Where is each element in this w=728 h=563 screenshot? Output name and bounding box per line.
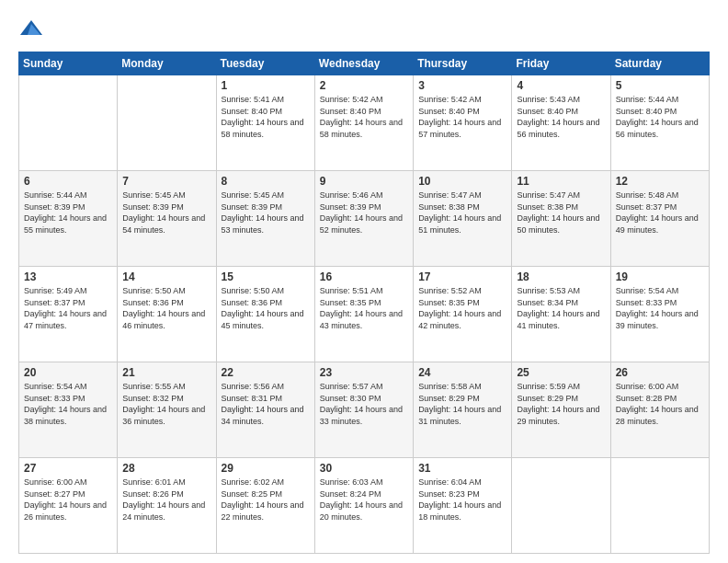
calendar-cell: 10Sunrise: 5:47 AMSunset: 8:38 PMDayligh…: [414, 171, 512, 267]
calendar-cell: 11Sunrise: 5:47 AMSunset: 8:38 PMDayligh…: [512, 171, 610, 267]
calendar-row: 6Sunrise: 5:44 AMSunset: 8:39 PMDaylight…: [19, 171, 710, 267]
cell-info: Sunrise: 5:45 AMSunset: 8:39 PMDaylight:…: [122, 190, 210, 236]
calendar-cell: 17Sunrise: 5:52 AMSunset: 8:35 PMDayligh…: [414, 267, 512, 362]
calendar-cell: 23Sunrise: 5:57 AMSunset: 8:30 PMDayligh…: [314, 362, 413, 458]
day-header-saturday: Saturday: [610, 52, 709, 75]
logo: [18, 17, 48, 42]
calendar-cell: 26Sunrise: 6:00 AMSunset: 8:28 PMDayligh…: [610, 362, 709, 458]
cell-info: Sunrise: 5:47 AMSunset: 8:38 PMDaylight:…: [517, 190, 605, 236]
day-number: 12: [616, 175, 704, 188]
day-number: 2: [320, 79, 408, 92]
calendar-cell: 19Sunrise: 5:54 AMSunset: 8:33 PMDayligh…: [610, 267, 709, 362]
day-header-friday: Friday: [512, 52, 610, 75]
calendar-cell: [512, 458, 610, 554]
cell-info: Sunrise: 5:45 AMSunset: 8:39 PMDaylight:…: [222, 190, 310, 236]
day-number: 28: [122, 462, 210, 475]
cell-info: Sunrise: 5:54 AMSunset: 8:33 PMDaylight:…: [24, 381, 112, 427]
day-number: 20: [24, 366, 112, 379]
day-number: 19: [616, 270, 704, 283]
day-number: 9: [320, 175, 408, 188]
calendar-cell: 30Sunrise: 6:03 AMSunset: 8:24 PMDayligh…: [314, 458, 413, 554]
day-number: 4: [517, 79, 605, 92]
cell-info: Sunrise: 5:44 AMSunset: 8:39 PMDaylight:…: [24, 190, 112, 236]
cell-info: Sunrise: 5:55 AMSunset: 8:32 PMDaylight:…: [122, 381, 210, 427]
calendar-cell: 3Sunrise: 5:42 AMSunset: 8:40 PMDaylight…: [414, 75, 512, 171]
cell-info: Sunrise: 6:01 AMSunset: 8:26 PMDaylight:…: [122, 477, 210, 523]
calendar-cell: [19, 75, 118, 171]
day-number: 15: [222, 270, 310, 283]
calendar-cell: 4Sunrise: 5:43 AMSunset: 8:40 PMDaylight…: [512, 75, 610, 171]
day-number: 5: [616, 79, 704, 92]
calendar-row: 1Sunrise: 5:41 AMSunset: 8:40 PMDaylight…: [19, 75, 710, 171]
day-number: 21: [122, 366, 210, 379]
cell-info: Sunrise: 5:48 AMSunset: 8:37 PMDaylight:…: [616, 190, 704, 236]
logo-icon: [18, 17, 44, 42]
calendar-cell: 31Sunrise: 6:04 AMSunset: 8:23 PMDayligh…: [414, 458, 512, 554]
cell-info: Sunrise: 5:59 AMSunset: 8:29 PMDaylight:…: [517, 381, 605, 427]
day-number: 10: [418, 175, 506, 188]
calendar-cell: 24Sunrise: 5:58 AMSunset: 8:29 PMDayligh…: [414, 362, 512, 458]
calendar-cell: 7Sunrise: 5:45 AMSunset: 8:39 PMDaylight…: [118, 171, 216, 267]
day-number: 29: [222, 462, 310, 475]
calendar-cell: 28Sunrise: 6:01 AMSunset: 8:26 PMDayligh…: [118, 458, 216, 554]
calendar-cell: 9Sunrise: 5:46 AMSunset: 8:39 PMDaylight…: [314, 171, 413, 267]
day-header-tuesday: Tuesday: [216, 52, 314, 75]
cell-info: Sunrise: 6:03 AMSunset: 8:24 PMDaylight:…: [320, 477, 408, 523]
calendar-cell: 1Sunrise: 5:41 AMSunset: 8:40 PMDaylight…: [216, 75, 314, 171]
cell-info: Sunrise: 5:57 AMSunset: 8:30 PMDaylight:…: [320, 381, 408, 427]
cell-info: Sunrise: 5:42 AMSunset: 8:40 PMDaylight:…: [418, 94, 506, 140]
day-number: 14: [122, 270, 210, 283]
calendar-cell: 14Sunrise: 5:50 AMSunset: 8:36 PMDayligh…: [118, 267, 216, 362]
calendar-cell: 2Sunrise: 5:42 AMSunset: 8:40 PMDaylight…: [314, 75, 413, 171]
calendar-cell: 18Sunrise: 5:53 AMSunset: 8:34 PMDayligh…: [512, 267, 610, 362]
cell-info: Sunrise: 5:58 AMSunset: 8:29 PMDaylight:…: [418, 381, 506, 427]
cell-info: Sunrise: 5:44 AMSunset: 8:40 PMDaylight:…: [616, 94, 704, 140]
calendar-cell: 8Sunrise: 5:45 AMSunset: 8:39 PMDaylight…: [216, 171, 314, 267]
calendar-row: 20Sunrise: 5:54 AMSunset: 8:33 PMDayligh…: [19, 362, 710, 458]
cell-info: Sunrise: 5:50 AMSunset: 8:36 PMDaylight:…: [122, 285, 210, 331]
calendar-cell: [118, 75, 216, 171]
day-number: 27: [24, 462, 112, 475]
calendar-cell: 5Sunrise: 5:44 AMSunset: 8:40 PMDaylight…: [610, 75, 709, 171]
calendar-cell: 27Sunrise: 6:00 AMSunset: 8:27 PMDayligh…: [19, 458, 118, 554]
page: SundayMondayTuesdayWednesdayThursdayFrid…: [0, 0, 728, 563]
cell-info: Sunrise: 6:04 AMSunset: 8:23 PMDaylight:…: [418, 477, 506, 523]
cell-info: Sunrise: 5:52 AMSunset: 8:35 PMDaylight:…: [418, 285, 506, 331]
calendar-cell: 15Sunrise: 5:50 AMSunset: 8:36 PMDayligh…: [216, 267, 314, 362]
day-number: 7: [122, 175, 210, 188]
cell-info: Sunrise: 5:50 AMSunset: 8:36 PMDaylight:…: [222, 285, 310, 331]
cell-info: Sunrise: 5:46 AMSunset: 8:39 PMDaylight:…: [320, 190, 408, 236]
day-header-monday: Monday: [118, 52, 216, 75]
cell-info: Sunrise: 6:00 AMSunset: 8:28 PMDaylight:…: [616, 381, 704, 427]
day-number: 16: [320, 270, 408, 283]
day-number: 31: [418, 462, 506, 475]
calendar-cell: 13Sunrise: 5:49 AMSunset: 8:37 PMDayligh…: [19, 267, 118, 362]
day-number: 3: [418, 79, 506, 92]
calendar-cell: [610, 458, 709, 554]
day-number: 23: [320, 366, 408, 379]
calendar-cell: 25Sunrise: 5:59 AMSunset: 8:29 PMDayligh…: [512, 362, 610, 458]
calendar-cell: 12Sunrise: 5:48 AMSunset: 8:37 PMDayligh…: [610, 171, 709, 267]
cell-info: Sunrise: 5:56 AMSunset: 8:31 PMDaylight:…: [222, 381, 310, 427]
calendar-table: SundayMondayTuesdayWednesdayThursdayFrid…: [18, 52, 710, 554]
day-number: 11: [517, 175, 605, 188]
header: [18, 17, 710, 42]
day-number: 18: [517, 270, 605, 283]
calendar-cell: 22Sunrise: 5:56 AMSunset: 8:31 PMDayligh…: [216, 362, 314, 458]
calendar-cell: 20Sunrise: 5:54 AMSunset: 8:33 PMDayligh…: [19, 362, 118, 458]
header-row: SundayMondayTuesdayWednesdayThursdayFrid…: [19, 52, 710, 75]
day-number: 22: [222, 366, 310, 379]
calendar-cell: 21Sunrise: 5:55 AMSunset: 8:32 PMDayligh…: [118, 362, 216, 458]
day-number: 26: [616, 366, 704, 379]
cell-info: Sunrise: 5:54 AMSunset: 8:33 PMDaylight:…: [616, 285, 704, 331]
day-number: 25: [517, 366, 605, 379]
day-number: 8: [222, 175, 310, 188]
cell-info: Sunrise: 6:00 AMSunset: 8:27 PMDaylight:…: [24, 477, 112, 523]
cell-info: Sunrise: 5:43 AMSunset: 8:40 PMDaylight:…: [517, 94, 605, 140]
cell-info: Sunrise: 5:49 AMSunset: 8:37 PMDaylight:…: [24, 285, 112, 331]
calendar-row: 27Sunrise: 6:00 AMSunset: 8:27 PMDayligh…: [19, 458, 710, 554]
day-number: 24: [418, 366, 506, 379]
day-number: 1: [222, 79, 310, 92]
day-number: 30: [320, 462, 408, 475]
cell-info: Sunrise: 5:41 AMSunset: 8:40 PMDaylight:…: [222, 94, 310, 140]
